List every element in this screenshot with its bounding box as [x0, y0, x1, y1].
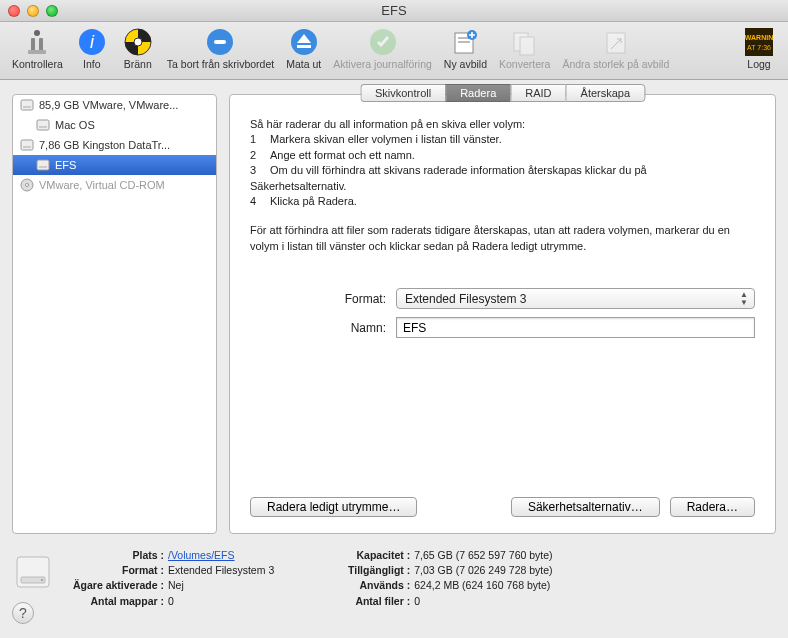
cd-icon: [19, 177, 35, 193]
toolbar-journal: Aktivera journalföring: [327, 25, 438, 70]
format-select[interactable]: Extended Filesystem 3 ▲▼: [396, 288, 755, 309]
toolbar-unmount[interactable]: Ta bort från skrivbordet: [161, 25, 280, 70]
sidebar-item-label: EFS: [55, 159, 76, 171]
svg-point-7: [134, 38, 142, 46]
svg-rect-11: [297, 45, 311, 48]
format-label: Format:: [250, 292, 396, 306]
toolbar-label: Aktivera journalföring: [333, 59, 432, 70]
info-row: Används :624,2 MB (624 160 768 byte): [314, 578, 552, 593]
svg-rect-15: [458, 41, 470, 43]
device-sidebar[interactable]: 85,9 GB VMware, VMware...Mac OS7,86 GB K…: [12, 94, 217, 534]
toolbar-label: Konvertera: [499, 59, 550, 70]
toolbar-burn[interactable]: Bränn: [115, 25, 161, 70]
content-panel: SkivkontrollRaderaRAIDÅterskapa Så här r…: [229, 94, 776, 534]
erase-free-space-button[interactable]: Radera ledigt utrymme…: [250, 497, 417, 517]
zoom-button[interactable]: [46, 5, 58, 17]
svg-rect-19: [607, 33, 625, 53]
sidebar-item-label: 85,9 GB VMware, VMware...: [39, 99, 178, 111]
info-row: Tillgängligt :7,03 GB (7 026 249 728 byt…: [314, 563, 552, 578]
sidebar-item[interactable]: EFS: [13, 155, 216, 175]
instructions-footer: För att förhindra att filer som raderats…: [250, 223, 755, 254]
instruction-step: 4Klicka på Radera.: [250, 194, 755, 209]
toolbar-convert: Konvertera: [493, 25, 556, 70]
toolbar-log[interactable]: WARNINAT 7:36Logg: [736, 25, 782, 70]
info-row: Format :Extended Filesystem 3: [68, 563, 274, 578]
hdd-icon: [19, 137, 35, 153]
name-label: Namn:: [250, 321, 396, 335]
svg-rect-3: [28, 50, 46, 54]
info-link[interactable]: /Volumes/EFS: [168, 549, 235, 561]
svg-text:AT 7:36: AT 7:36: [747, 44, 771, 51]
tab-firstaid[interactable]: Skivkontroll: [360, 84, 445, 102]
svg-rect-24: [23, 106, 31, 108]
svg-rect-30: [39, 166, 47, 168]
svg-rect-25: [37, 120, 49, 130]
titlebar: EFS: [0, 0, 788, 22]
chevron-up-down-icon: ▲▼: [740, 291, 748, 307]
help-button[interactable]: ?: [12, 602, 34, 624]
svg-rect-18: [520, 37, 534, 55]
toolbar: KontrolleraiInfoBrännTa bort från skrivb…: [0, 22, 788, 80]
svg-rect-2: [39, 38, 43, 52]
toolbar-resize: Ändra storlek på avbild: [556, 25, 675, 70]
sidebar-item-label: VMware, Virtual CD-ROM: [39, 179, 165, 191]
traffic-lights: [0, 5, 58, 17]
close-button[interactable]: [8, 5, 20, 17]
tab-restore[interactable]: Återskapa: [566, 84, 646, 102]
toolbar-label: Info: [83, 59, 101, 70]
svg-point-32: [26, 184, 29, 187]
sidebar-item[interactable]: VMware, Virtual CD-ROM: [13, 175, 216, 195]
toolbar-label: Ändra storlek på avbild: [562, 59, 669, 70]
hdd-icon: [35, 117, 51, 133]
svg-text:WARNIN: WARNIN: [745, 34, 773, 41]
panel-tabs: SkivkontrollRaderaRAIDÅterskapa: [360, 84, 645, 102]
toolbar-label: Logg: [747, 59, 770, 70]
svg-rect-26: [39, 126, 47, 128]
erase-button[interactable]: Radera…: [670, 497, 755, 517]
info-row: Antal filer :0: [314, 594, 552, 609]
erase-form: Format: Extended Filesystem 3 ▲▼ Namn:: [250, 288, 755, 338]
toolbar-label: Ta bort från skrivbordet: [167, 59, 274, 70]
name-input[interactable]: [396, 317, 755, 338]
drive-icon: [12, 548, 54, 596]
toolbar-newimage[interactable]: Ny avbild: [438, 25, 493, 70]
sidebar-item-label: 7,86 GB Kingston DataTr...: [39, 139, 170, 151]
sidebar-item[interactable]: Mac OS: [13, 115, 216, 135]
minimize-button[interactable]: [27, 5, 39, 17]
instruction-step: 3Om du vill förhindra att skivans radera…: [250, 163, 755, 194]
svg-rect-20: [745, 28, 773, 56]
info-row: Antal mappar :0: [68, 594, 274, 609]
toolbar-verify[interactable]: Kontrollera: [6, 25, 69, 70]
svg-rect-9: [214, 40, 226, 44]
tab-erase[interactable]: Radera: [445, 84, 510, 102]
instructions: Så här raderar du all information på en …: [250, 117, 755, 254]
window-title: EFS: [0, 3, 788, 18]
sidebar-item-label: Mac OS: [55, 119, 95, 131]
tab-raid[interactable]: RAID: [510, 84, 565, 102]
toolbar-label: Bränn: [124, 59, 152, 70]
toolbar-info[interactable]: iInfo: [69, 25, 115, 70]
info-row: Kapacitet :7,65 GB (7 652 597 760 byte): [314, 548, 552, 563]
toolbar-label: Ny avbild: [444, 59, 487, 70]
svg-point-0: [34, 30, 40, 36]
svg-rect-28: [23, 146, 31, 148]
svg-rect-29: [37, 160, 49, 170]
toolbar-eject[interactable]: Mata ut: [280, 25, 327, 70]
instruction-step: 1Markera skivan eller volymen i listan t…: [250, 132, 755, 147]
hdd-icon: [35, 157, 51, 173]
hdd-icon: [19, 97, 35, 113]
instructions-intro: Så här raderar du all information på en …: [250, 117, 755, 132]
sidebar-item[interactable]: 7,86 GB Kingston DataTr...: [13, 135, 216, 155]
instruction-step: 2Ange ett format och ett namn.: [250, 148, 755, 163]
toolbar-label: Kontrollera: [12, 59, 63, 70]
security-options-button[interactable]: Säkerhetsalternativ…: [511, 497, 660, 517]
svg-rect-27: [21, 140, 33, 150]
volume-info: Plats :/Volumes/EFSFormat :Extended File…: [12, 548, 776, 609]
sidebar-item[interactable]: 85,9 GB VMware, VMware...: [13, 95, 216, 115]
info-row: Plats :/Volumes/EFS: [68, 548, 274, 563]
format-value: Extended Filesystem 3: [405, 292, 526, 306]
info-row: Ägare aktiverade :Nej: [68, 578, 274, 593]
svg-rect-1: [31, 38, 35, 52]
svg-point-35: [41, 579, 43, 581]
toolbar-label: Mata ut: [286, 59, 321, 70]
